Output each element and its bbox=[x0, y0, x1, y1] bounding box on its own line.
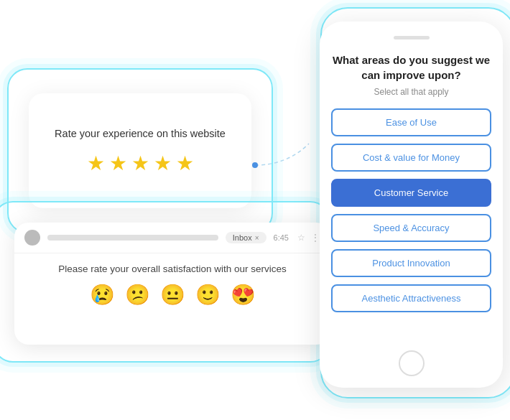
card-phone: What areas do you suggest we can improve… bbox=[320, 22, 503, 388]
phone-home-button[interactable] bbox=[399, 350, 425, 376]
phone-buttons-container: Ease of Use Cost & value for Money Custo… bbox=[331, 108, 491, 312]
satisfaction-text: Please rate your overall satisfaction wi… bbox=[58, 263, 286, 274]
more-icon[interactable]: ⋮ bbox=[310, 233, 320, 243]
email-time: 6:45 bbox=[274, 233, 289, 242]
star-2: ★ bbox=[109, 151, 127, 175]
star-3: ★ bbox=[131, 151, 149, 175]
star-icon[interactable]: ☆ bbox=[296, 233, 306, 243]
emoji-happy[interactable]: 🙂 bbox=[195, 283, 221, 307]
star-1: ★ bbox=[87, 151, 105, 175]
btn-customer-service[interactable]: Customer Service bbox=[331, 179, 491, 207]
inbox-label: Inbox bbox=[233, 233, 252, 242]
star-5: ★ bbox=[176, 151, 194, 175]
emoji-rating[interactable]: 😢 😕 😐 🙂 😍 bbox=[90, 283, 256, 307]
badge-close-icon[interactable]: × bbox=[255, 234, 259, 242]
emoji-very-sad[interactable]: 😢 bbox=[90, 283, 115, 307]
btn-product-innovation[interactable]: Product Innovation bbox=[331, 249, 491, 277]
stars-container: ★ ★ ★ ★ ★ bbox=[87, 151, 194, 175]
phone-title: What areas do you suggest we can improve… bbox=[331, 52, 491, 83]
phone-notch bbox=[394, 36, 430, 39]
email-header: Inbox × 6:45 ☆ ⋮ bbox=[14, 223, 330, 253]
email-inbox-badge: Inbox × bbox=[226, 232, 266, 243]
btn-aesthetic-attractiveness[interactable]: Aesthetic Attractiveness bbox=[331, 284, 491, 312]
card-email: Inbox × 6:45 ☆ ⋮ Please rate your overal… bbox=[14, 223, 330, 345]
btn-speed-accuracy[interactable]: Speed & Accuracy bbox=[331, 214, 491, 242]
emoji-love[interactable]: 😍 bbox=[231, 283, 256, 307]
rate-text: Rate your experience on this website bbox=[55, 126, 226, 141]
scene: Rate your experience on this website ★ ★… bbox=[0, 0, 510, 420]
card-rate: Rate your experience on this website ★ ★… bbox=[29, 93, 251, 208]
email-body: Please rate your overall satisfaction wi… bbox=[14, 253, 330, 314]
phone-subtitle: Select all that apply bbox=[374, 87, 448, 97]
emoji-sad[interactable]: 😕 bbox=[125, 283, 150, 307]
email-action-icons: ☆ ⋮ bbox=[296, 233, 320, 243]
email-avatar bbox=[24, 230, 40, 246]
emoji-neutral[interactable]: 😐 bbox=[160, 283, 185, 307]
email-subject-line bbox=[47, 235, 218, 241]
star-4: ★ bbox=[154, 151, 172, 175]
btn-cost-value[interactable]: Cost & value for Money bbox=[331, 144, 491, 172]
btn-ease-of-use[interactable]: Ease of Use bbox=[331, 108, 491, 136]
svg-point-0 bbox=[252, 162, 258, 168]
